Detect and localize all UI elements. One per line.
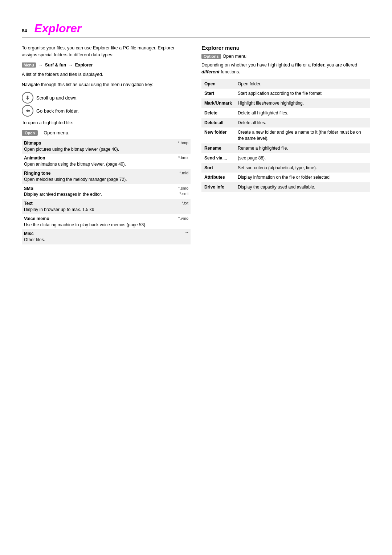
file-type-name-0: BitmapsOpen pictures using the bitmap vi… <box>22 139 173 154</box>
arrow1: → <box>38 62 43 68</box>
menu-item-label-1: Start <box>201 89 235 98</box>
menu-item-desc-8: Set sort criteria (alphabetical, type, t… <box>235 163 370 173</box>
right-column: Explorer menu Options Open menu Dependin… <box>201 45 370 244</box>
explorer-menu-table: OpenOpen folder.StartStart application a… <box>201 79 370 193</box>
options-row: Options Open menu <box>201 54 370 59</box>
back-icon <box>22 105 33 117</box>
file-type-name-4: TextDisplay in browser up to max. 1.5 kb <box>22 199 173 214</box>
nav-icons: Scroll up and down. Go back from folder. <box>22 92 191 117</box>
file-types-table: BitmapsOpen pictures using the bitmap vi… <box>22 139 191 244</box>
explorer-label: Explorer <box>74 62 93 68</box>
menu-item-desc-6: Rename a highlighted file. <box>235 143 370 153</box>
file-type-ext-5: *.vmo <box>173 214 191 230</box>
menu-item-desc-9: Display information on the file or folde… <box>235 173 370 182</box>
file-type-name-1: AnimationOpen animations using the bitma… <box>22 154 173 169</box>
section-title: Explorer menu <box>201 45 370 51</box>
file-type-name-6: MiscOther files. <box>22 229 173 244</box>
menu-item-desc-3: Delete all highlighted files. <box>235 108 370 118</box>
content-area: To organise your files, you can use Expl… <box>22 45 370 244</box>
file-bold: file <box>295 62 302 68</box>
menu-item-label-10: Drive info <box>201 182 235 192</box>
scroll-label: Scroll up and down. <box>36 95 78 101</box>
scroll-icon-row: Scroll up and down. <box>22 92 191 104</box>
title-row: 84 Explorer <box>22 22 370 38</box>
menu-item-desc-5: Create a new folder and give a name to i… <box>235 127 370 143</box>
page-number: 84 <box>22 28 27 33</box>
right-intro: Depending on whether you have highlighte… <box>201 62 370 76</box>
menu-item-label-3: Delete <box>201 108 235 118</box>
surf-fun-label: Surf & fun <box>44 62 68 68</box>
options-label: Open menu <box>223 54 246 59</box>
left-column: To organise your files, you can use Expl… <box>22 45 191 244</box>
intro-paragraph: To organise your files, you can use Expl… <box>22 45 191 58</box>
menu-item-desc-7: (see page 88). <box>235 153 370 163</box>
menu-item-label-0: Open <box>201 79 235 89</box>
file-type-ext-0: *.bmp <box>173 139 191 154</box>
svg-marker-3 <box>26 109 28 112</box>
nav-intro: Navigate through this list as usual usin… <box>22 81 191 88</box>
menu-item-label-2: Mark/Unmark <box>201 98 235 108</box>
svg-rect-4 <box>28 110 30 112</box>
file-type-ext-3: *.smo *.smi <box>173 184 191 199</box>
list-intro: A list of the folders and files is displ… <box>22 71 191 78</box>
menu-item-desc-0: Open folder. <box>235 79 370 89</box>
file-type-name-2: Ringing toneOpen melodies using the melo… <box>22 169 173 184</box>
open-button: Open <box>22 130 38 136</box>
menu-item-desc-1: Start application according to the file … <box>235 89 370 98</box>
options-tag: Options <box>201 54 221 59</box>
menu-item-label-5: New folder <box>201 127 235 143</box>
back-label: Go back from folder. <box>36 108 79 114</box>
open-row: Open Open menu. <box>22 130 191 136</box>
menu-item-label-4: Delete all <box>201 118 235 128</box>
page-title: Explorer <box>34 22 81 35</box>
file-type-ext-2: *.mid <box>173 169 191 184</box>
open-intro: To open a highlighted file: <box>22 119 191 126</box>
folder-bold: folder, <box>312 62 326 68</box>
file-type-name-3: SMSDisplay archived messages in the edit… <box>22 184 173 199</box>
menu-tag: Menu <box>22 62 36 68</box>
file-type-ext-1: *.bmx <box>173 154 191 169</box>
arrow2: → <box>68 62 73 68</box>
menu-item-desc-4: Delete all files. <box>235 118 370 128</box>
menu-item-desc-10: Display the capacity used and available. <box>235 182 370 192</box>
menu-item-label-6: Rename <box>201 143 235 153</box>
svg-point-2 <box>27 97 28 98</box>
file-type-name-5: Voice memoUse the dictating machine to p… <box>22 214 173 230</box>
menu-item-label-8: Sort <box>201 163 235 173</box>
page: 84 Explorer To organise your files, you … <box>0 0 392 555</box>
file-type-ext-4: *.txt <box>173 199 191 214</box>
file-type-ext-6: ** <box>173 229 191 244</box>
menu-item-label-9: Attributes <box>201 173 235 182</box>
open-menu-label: Open menu. <box>44 130 70 135</box>
menu-item-label-7: Send via ... <box>201 153 235 163</box>
back-icon-row: Go back from folder. <box>22 105 191 117</box>
menu-item-desc-2: Highlight files/remove highlighting. <box>235 98 370 108</box>
scroll-icon <box>22 92 33 104</box>
menu-path: Menu → Surf & fun → Explorer <box>22 62 93 68</box>
different-bold-italic: different <box>201 69 220 74</box>
